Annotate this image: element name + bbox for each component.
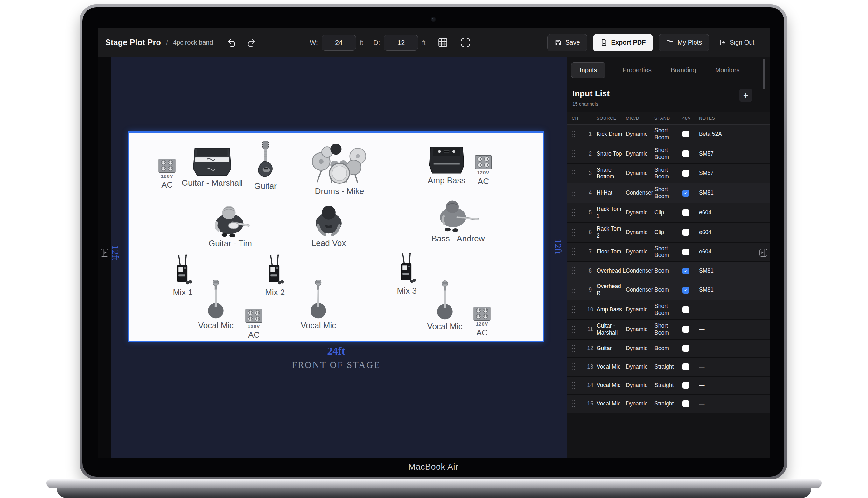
- panel-tab[interactable]: Monitors: [713, 62, 742, 78]
- phantom-power-checkbox[interactable]: [683, 287, 689, 293]
- stage-item[interactable]: 120V AC: [474, 306, 491, 338]
- stage-item-icon: [245, 309, 262, 323]
- stage-item[interactable]: 120V AC: [158, 158, 176, 190]
- depth-label: D:: [373, 39, 380, 47]
- panel-scrollbar[interactable]: [763, 59, 765, 89]
- stage-item[interactable]: Vocal Mic: [301, 279, 336, 330]
- stage-canvas[interactable]: 12ft 12ft: [111, 57, 567, 458]
- input-row[interactable]: 10 Amp Bass Dynamic Short Boom —: [567, 300, 770, 320]
- stage-item[interactable]: Amp Bass: [428, 146, 466, 185]
- input-row[interactable]: 14 Vocal Mic Dynamic Straight —: [567, 377, 770, 395]
- panel-tab[interactable]: Inputs: [571, 62, 606, 78]
- my-plots-button[interactable]: My Plots: [659, 34, 709, 51]
- vocal-mic-icon: [207, 279, 224, 319]
- wireless-receiver-icon: [265, 254, 284, 286]
- stage-item[interactable]: Mix 1: [173, 254, 193, 297]
- drag-handle-icon[interactable]: [572, 248, 575, 255]
- phantom-power-checkbox[interactable]: [683, 170, 689, 177]
- input-row[interactable]: 5 Rack Tom 1 Dynamic Clip e604: [567, 203, 770, 223]
- stage-item[interactable]: Drums - Mike: [310, 144, 370, 196]
- stage-item[interactable]: Mix 2: [265, 254, 285, 297]
- drag-handle-icon[interactable]: [572, 267, 575, 274]
- stage-dimensions-group: W: ft D: ft: [310, 35, 470, 51]
- drag-handle-icon[interactable]: [572, 345, 575, 352]
- stage-item[interactable]: Mix 3: [397, 253, 417, 296]
- phantom-power-checkbox[interactable]: [683, 131, 689, 137]
- stage-width-input[interactable]: [322, 35, 356, 51]
- mic-di-cell: Condenser: [626, 189, 655, 197]
- drag-handle-icon[interactable]: [572, 131, 575, 138]
- stage-item[interactable]: Guitar - Marshall: [182, 146, 243, 188]
- input-row[interactable]: 15 Vocal Mic Dynamic Straight —: [567, 395, 770, 414]
- input-row[interactable]: 11 Guitar - Marshall Dynamic Short Boom …: [567, 320, 770, 340]
- stage-item[interactable]: Lead Vox: [310, 203, 348, 248]
- input-row[interactable]: 9 Overhead R Condenser Boom SM81: [567, 280, 770, 300]
- source-cell: Overhead R: [597, 283, 626, 297]
- source-cell: Snare Bottom: [597, 167, 626, 181]
- input-row[interactable]: 2 Snare Top Dynamic Short Boom SM57: [567, 144, 770, 164]
- drag-handle-icon[interactable]: [572, 229, 575, 236]
- stage-item[interactable]: 120V AC: [475, 155, 492, 186]
- inputs-panel: Inputs Properties Branding Monitors Inpu…: [567, 57, 770, 458]
- source-cell: Rack Tom 2: [597, 225, 626, 239]
- input-row[interactable]: 7 Floor Tom Dynamic Short Boom e604: [567, 243, 770, 262]
- phantom-power-checkbox[interactable]: [683, 306, 689, 313]
- width-label: W:: [310, 39, 318, 47]
- input-row[interactable]: 4 Hi-Hat Condenser Short Boom SM81: [567, 183, 770, 203]
- stage-item-icon: [475, 155, 492, 170]
- undo-icon[interactable]: [227, 38, 237, 48]
- phantom-power-checkbox[interactable]: [683, 382, 689, 389]
- panel-tab[interactable]: Properties: [620, 62, 653, 78]
- stand-cell: Short Boom: [655, 245, 683, 259]
- drag-handle-icon[interactable]: [572, 170, 575, 177]
- phantom-power-checkbox[interactable]: [683, 401, 689, 407]
- phantom-power-checkbox[interactable]: [683, 229, 689, 236]
- panel-tab[interactable]: Branding: [669, 62, 698, 78]
- input-row[interactable]: 3 Snare Bottom Dynamic Short Boom SM57: [567, 164, 770, 184]
- add-channel-button[interactable]: +: [739, 89, 752, 102]
- stage-item-icon: [208, 202, 252, 237]
- input-row[interactable]: 13 Vocal Mic Dynamic Straight —: [567, 358, 770, 377]
- wireless-receiver-icon: [398, 253, 416, 285]
- phantom-power-checkbox[interactable]: [683, 268, 689, 274]
- drag-handle-icon[interactable]: [572, 209, 575, 216]
- phantom-power-checkbox[interactable]: [683, 249, 689, 255]
- stage-item[interactable]: Vocal Mic: [198, 279, 234, 330]
- input-row[interactable]: 8 Overhead L Condenser Boom SM81: [567, 262, 770, 280]
- input-row[interactable]: 6 Rack Tom 2 Dynamic Clip e604: [567, 223, 770, 243]
- stand-cell: Straight: [655, 364, 683, 370]
- stage-item[interactable]: Bass - Andrew: [431, 198, 485, 244]
- phantom-power-checkbox[interactable]: [683, 150, 689, 157]
- drag-handle-icon[interactable]: [572, 401, 575, 407]
- phantom-power-checkbox[interactable]: [683, 326, 689, 333]
- drag-handle-icon[interactable]: [572, 287, 575, 293]
- stage-item[interactable]: 120V AC: [245, 309, 262, 340]
- grid-toggle-icon[interactable]: [438, 37, 448, 48]
- export-pdf-button[interactable]: Export PDF: [593, 34, 653, 51]
- stage-width-dimension-label: 24ft: [128, 345, 544, 357]
- fullscreen-icon[interactable]: [461, 38, 470, 48]
- input-row[interactable]: 12 Guitar Dynamic Boom —: [567, 340, 770, 358]
- drag-handle-icon[interactable]: [572, 326, 575, 333]
- stage-item[interactable]: Vocal Mic: [427, 280, 462, 331]
- redo-icon[interactable]: [246, 38, 256, 48]
- phantom-power-checkbox[interactable]: [683, 190, 689, 197]
- stage-item[interactable]: Guitar - Tim: [208, 202, 252, 248]
- save-button[interactable]: Save: [547, 34, 587, 51]
- input-row[interactable]: 1 Kick Drum Dynamic Short Boom Beta 52A: [567, 124, 770, 144]
- expand-left-panel-icon[interactable]: [100, 248, 109, 257]
- phantom-power-checkbox[interactable]: [683, 364, 689, 370]
- drag-handle-icon[interactable]: [572, 364, 575, 370]
- stage-plot[interactable]: 120V AC: [128, 131, 544, 342]
- drag-handle-icon[interactable]: [572, 189, 575, 197]
- collapse-right-panel-icon[interactable]: [759, 248, 768, 257]
- drag-handle-icon[interactable]: [572, 382, 575, 389]
- sign-out-button[interactable]: Sign Out: [715, 34, 757, 51]
- drag-handle-icon[interactable]: [572, 150, 575, 157]
- drag-handle-icon[interactable]: [572, 306, 575, 313]
- stage-item[interactable]: Guitar: [254, 141, 277, 191]
- stage-depth-input[interactable]: [384, 35, 418, 51]
- stand-cell: Short Boom: [655, 127, 683, 141]
- phantom-power-checkbox[interactable]: [683, 209, 689, 216]
- phantom-power-checkbox[interactable]: [683, 345, 689, 352]
